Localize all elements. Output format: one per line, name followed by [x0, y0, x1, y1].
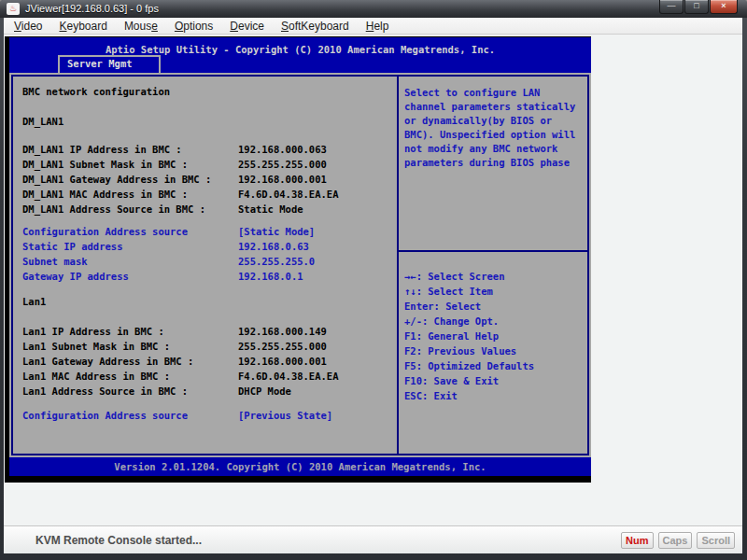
option-static-ip-address[interactable]: Static IP address192.168.0.63 — [22, 239, 391, 254]
kvm-remote-screen[interactable]: Aptio Setup Utility - Copyright (C) 2010… — [5, 36, 591, 483]
minimize-button[interactable]: — — [659, 0, 684, 14]
window-titlebar[interactable]: ♨ JViewer[192.168.0.63] - 0 fps — □ × — [0, 0, 747, 18]
window-title: JViewer[192.168.0.63] - 0 fps — [25, 3, 159, 14]
menu-bar: Video Keyboard Mouse Options Device Soft… — [4, 18, 742, 35]
menu-keyboard[interactable]: Keyboard — [50, 19, 115, 34]
info-row: Lan1 MAC Address in BMC :F4.6D.04.38.EA.… — [22, 369, 391, 384]
key-hint: ↑↓: Select Item — [404, 284, 585, 299]
menu-help[interactable]: Help — [358, 19, 398, 34]
option-subnet-mask[interactable]: Subnet mask255.255.255.0 — [22, 254, 391, 269]
section-title: BMC network configuration — [22, 84, 391, 99]
key-hint: ESC: Exit — [404, 388, 585, 403]
info-row: DM_LAN1 Subnet Mask in BMC :255.255.255.… — [22, 157, 391, 172]
menu-options[interactable]: Options — [166, 19, 221, 34]
info-row: Lan1 Subnet Mask in BMC :255.255.255.000 — [22, 339, 391, 354]
status-message: KVM Remote Console started... — [35, 534, 202, 547]
menu-video[interactable]: Video — [6, 19, 50, 34]
option-configuration-address-source[interactable]: Configuration Address source[Previous St… — [22, 408, 391, 423]
num-lock-indicator[interactable]: Num — [621, 532, 653, 549]
tab-server-mgmt[interactable]: Server Mgmt — [58, 55, 161, 73]
scroll-lock-indicator[interactable]: Scroll — [697, 532, 735, 549]
close-icon: × — [721, 1, 726, 10]
menu-mouse[interactable]: Mouse — [116, 19, 166, 34]
help-panel-divider — [399, 250, 587, 252]
maximize-icon: □ — [694, 1, 698, 10]
bios-title: Aptio Setup Utility - Copyright (C) 2010… — [9, 37, 591, 57]
lock-indicators: Num Caps Scroll — [621, 532, 735, 549]
key-hint: F1: General Help — [404, 329, 585, 343]
info-row: DM_LAN1 IP Address in BMC :192.168.000.0… — [22, 142, 391, 157]
bios-setup-screen: Aptio Setup Utility - Copyright (C) 2010… — [9, 37, 591, 476]
panel-vertical-divider — [397, 75, 399, 455]
status-bar: KVM Remote Console started... Num Caps S… — [4, 525, 742, 553]
key-hint: F5: Optimized Defaults — [404, 358, 585, 373]
option-configuration-address-source[interactable]: Configuration Address source[Static Mode… — [22, 224, 391, 239]
menu-softkeyboard[interactable]: SoftKeyboard — [273, 19, 358, 34]
close-button[interactable]: × — [710, 0, 738, 14]
option-gateway-ip-address[interactable]: Gateway IP address192.168.0.1 — [22, 269, 391, 284]
dm-lan1-option-rows: Configuration Address source[Static Mode… — [22, 224, 391, 284]
jviewer-app-icon: ♨ — [7, 3, 20, 15]
bios-header: Aptio Setup Utility - Copyright (C) 2010… — [9, 37, 591, 73]
info-row: DM_LAN1 MAC Address in BMC :F4.6D.04.38.… — [22, 187, 391, 202]
caps-lock-indicator[interactable]: Caps — [658, 532, 693, 549]
maximize-button[interactable]: □ — [684, 0, 709, 14]
lan1-option-rows: Configuration Address source[Previous St… — [22, 408, 391, 423]
info-row: Lan1 Gateway Address in BMC :192.168.000… — [22, 354, 391, 369]
info-row: DM_LAN1 Gateway Address in BMC :192.168.… — [22, 172, 391, 187]
info-row: DM_LAN1 Address Source in BMC :Static Mo… — [22, 202, 391, 217]
key-hint: +/-: Change Opt. — [404, 314, 585, 329]
lan1-heading: Lan1 — [22, 294, 391, 309]
key-hint: F10: Save & Exit — [404, 373, 585, 388]
dm-lan1-info-rows: DM_LAN1 IP Address in BMC :192.168.000.0… — [22, 142, 391, 217]
bios-version-bar: Version 2.01.1204. Copyright (C) 2010 Am… — [9, 457, 591, 476]
minimize-icon: — — [668, 1, 676, 10]
key-hint: Enter: Select — [404, 299, 585, 314]
dm-lan1-heading: DM_LAN1 — [22, 114, 391, 129]
bios-main-area: BMC network configuration DM_LAN1 DM_LAN… — [9, 73, 591, 457]
help-text: Select to configure LAN channel paramete… — [404, 86, 585, 170]
window-controls: — □ × — [659, 0, 738, 14]
info-row: Lan1 Address Source in BMC :DHCP Mode — [22, 384, 391, 399]
key-hint: F2: Previous Values — [404, 343, 585, 358]
key-hint: →←: Select Screen — [404, 269, 585, 284]
key-legend: →←: Select Screen ↑↓: Select Item Enter:… — [404, 269, 585, 403]
remote-desktop-canvas: Aptio Setup Utility - Copyright (C) 2010… — [4, 35, 742, 525]
menu-device[interactable]: Device — [221, 19, 273, 34]
info-row: Lan1 IP Address in BMC :192.168.000.149 — [22, 324, 391, 339]
jviewer-window: ♨ JViewer[192.168.0.63] - 0 fps — □ × Vi… — [0, 0, 747, 560]
lan1-info-rows: Lan1 IP Address in BMC :192.168.000.149 … — [22, 324, 391, 399]
